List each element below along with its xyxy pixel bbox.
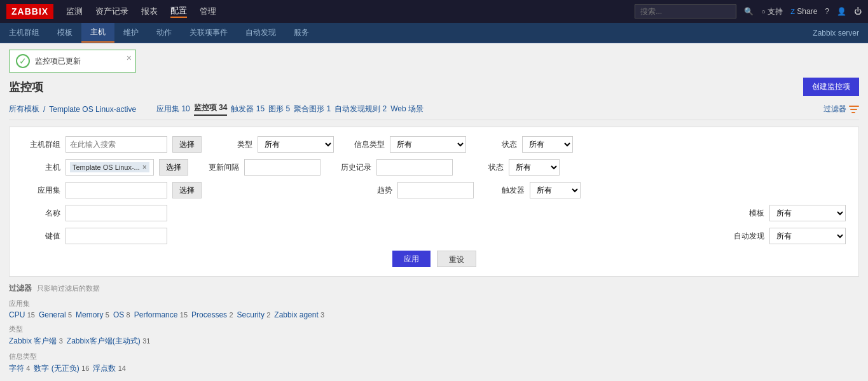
filter-col-trigger: 触发器 所有 <box>486 182 581 198</box>
key-input[interactable] <box>65 228 167 244</box>
nav-templates[interactable]: 模板 <box>48 23 81 43</box>
trend-input[interactable] <box>397 182 474 198</box>
nav-maintenance[interactable]: 维护 <box>114 23 148 43</box>
tab-aggregate-graphs[interactable]: 聚合图形 1 <box>294 104 331 114</box>
nav-discovery[interactable]: 自动发现 <box>237 23 285 43</box>
filter-toggle-btn[interactable]: 过滤器 <box>823 104 859 114</box>
host-group-label: 主机群组 <box>22 139 60 150</box>
logo: ZABBIX <box>6 4 53 19</box>
filter-row-1: 主机群组 选择 类型 所有 信息类型 所有 状态 所有 <box>22 136 846 153</box>
apply-btn[interactable]: 应用 <box>392 251 431 267</box>
host-group-input[interactable] <box>65 136 167 153</box>
filter-funnel-icon <box>849 106 859 113</box>
breadcrumb-template[interactable]: Template OS Linux-active <box>49 105 136 114</box>
history-input[interactable] <box>376 159 453 176</box>
global-search-input[interactable] <box>635 4 736 18</box>
auto-discovery-label: 自动发现 <box>726 231 764 242</box>
filter-col-status-1: 状态 所有 <box>479 136 573 153</box>
help-icon[interactable]: ? <box>825 7 829 16</box>
share-link[interactable]: Z Share <box>790 7 817 16</box>
nav-item-monitor[interactable]: 监测 <box>66 6 83 17</box>
host-group-select-btn[interactable]: 选择 <box>172 136 202 153</box>
tab-web-scenarios[interactable]: Web 场景 <box>390 104 424 114</box>
host-select-btn[interactable]: 选择 <box>159 159 188 176</box>
tag-security[interactable]: Security 2 <box>237 310 271 319</box>
tab-discovery-rules[interactable]: 自动发现规则 2 <box>334 104 387 114</box>
search-icon[interactable]: 🔍 <box>744 7 754 16</box>
tag-zabbix-agent[interactable]: Zabbix agent 3 <box>274 310 324 319</box>
tag-processes[interactable]: Processes 2 <box>191 310 233 319</box>
filter-col-host: 主机 Template OS Linux-... × 选择 <box>22 159 188 176</box>
tag-memory[interactable]: Memory 5 <box>76 310 109 319</box>
tag-zabbix-client-active[interactable]: Zabbix客户端(主动式) 31 <box>67 336 151 347</box>
auto-discovery-select[interactable]: 所有 <box>769 228 846 244</box>
support-link[interactable]: ○ 支持 <box>761 6 783 17</box>
trigger-label: 触发器 <box>486 185 525 196</box>
main-content: ✓ 监控项已更新 × 监控项 创建监控项 所有模板 / Template OS … <box>0 43 868 381</box>
filter-col-info-type: 信息类型 所有 <box>347 136 466 153</box>
tab-triggers[interactable]: 触发器 15 <box>231 104 265 114</box>
appset-input[interactable] <box>65 182 167 198</box>
filter-group-label-infotype: 信息类型 <box>9 352 859 361</box>
nav-item-config[interactable]: 配置 <box>170 5 187 18</box>
filter-tags-infotype: 字符 4 数字 (无正负) 16 浮点数 14 <box>9 363 859 374</box>
breadcrumb-tabs: 所有模板 / Template OS Linux-active 应用集 10 监… <box>9 102 859 120</box>
tag-performance[interactable]: Performance 15 <box>134 310 188 319</box>
filter-tags-type: Zabbix 客户端 3 Zabbix客户端(主动式) 31 <box>9 336 859 347</box>
page-title: 监控项 <box>9 80 43 95</box>
tag-cpu[interactable]: CPU 15 <box>9 310 35 319</box>
notification-close-btn[interactable]: × <box>127 53 132 63</box>
tag-number[interactable]: 数字 (无正负) 16 <box>34 363 89 374</box>
host-tag-text: Template OS Linux-... <box>72 163 140 171</box>
filter-row-3: 应用集 选择 趋势 触发器 所有 <box>22 182 846 198</box>
tab-monitor-items[interactable]: 监控项 34 <box>194 102 228 116</box>
nav-services[interactable]: 服务 <box>285 23 318 43</box>
info-type-label: 信息类型 <box>347 139 385 150</box>
top-nav: ZABBIX 监测 资产记录 报表 配置 管理 🔍 ○ 支持 Z Share ?… <box>0 0 868 23</box>
notification-message: 监控项已更新 <box>35 56 81 67</box>
filter-col-interval: 更新间隔 <box>201 159 320 176</box>
filter-row-5: 键值 自动发现 所有 <box>22 228 846 244</box>
tag-os[interactable]: OS 8 <box>113 310 130 319</box>
filter-col-appset: 应用集 选择 <box>22 182 202 198</box>
second-nav: 主机群组 模板 主机 维护 动作 关联项事件 自动发现 服务 Zabbix se… <box>0 23 868 43</box>
breadcrumb-all-templates[interactable]: 所有模板 <box>9 104 39 114</box>
filter-col-name: 名称 <box>22 205 167 221</box>
name-input[interactable] <box>65 205 167 221</box>
tag-zabbix-client[interactable]: Zabbix 客户端 3 <box>9 336 63 347</box>
type-select[interactable]: 所有 <box>258 136 334 153</box>
template-select[interactable]: 所有 <box>769 205 846 221</box>
nav-item-assets[interactable]: 资产记录 <box>95 6 128 17</box>
tag-char[interactable]: 字符 4 <box>9 363 30 374</box>
filter-group-label-type: 类型 <box>9 324 859 334</box>
power-icon[interactable]: ⏻ <box>854 7 862 16</box>
status-select-1[interactable]: 所有 <box>522 136 573 153</box>
key-label: 键值 <box>22 231 60 242</box>
status-select-2[interactable]: 所有 <box>509 159 560 176</box>
info-type-select[interactable]: 所有 <box>390 136 466 153</box>
user-icon[interactable]: 👤 <box>837 7 846 16</box>
nav-item-admin[interactable]: 管理 <box>200 6 216 17</box>
interval-label: 更新间隔 <box>201 162 239 173</box>
nav-actions[interactable]: 动作 <box>148 23 181 43</box>
nav-host-groups[interactable]: 主机群组 <box>0 23 48 43</box>
trigger-select[interactable]: 所有 <box>530 182 581 198</box>
nav-hosts[interactable]: 主机 <box>81 23 114 43</box>
host-tag-remove[interactable]: × <box>142 163 147 172</box>
tag-general[interactable]: General 5 <box>39 310 72 319</box>
server-name: Zabbix server <box>813 29 868 38</box>
filter-panel: 主机群组 选择 类型 所有 信息类型 所有 状态 所有 <box>9 127 859 277</box>
create-monitor-btn[interactable]: 创建监控项 <box>803 78 859 96</box>
filter-row-4: 名称 模板 所有 <box>22 205 846 221</box>
tab-graphs[interactable]: 图形 5 <box>268 104 290 114</box>
tag-float[interactable]: 浮点数 14 <box>93 363 126 374</box>
filter-col-host-group: 主机群组 选择 <box>22 136 202 153</box>
appset-select-btn[interactable]: 选择 <box>172 182 202 198</box>
host-tag-input[interactable]: Template OS Linux-... × <box>65 159 154 176</box>
reset-btn[interactable]: 重设 <box>437 251 476 267</box>
filter-label: 过滤器 <box>823 104 846 114</box>
tab-app-set[interactable]: 应用集 10 <box>156 104 190 114</box>
nav-item-reports[interactable]: 报表 <box>141 6 158 17</box>
interval-input[interactable] <box>244 159 320 176</box>
nav-event-correlation[interactable]: 关联项事件 <box>181 23 237 43</box>
